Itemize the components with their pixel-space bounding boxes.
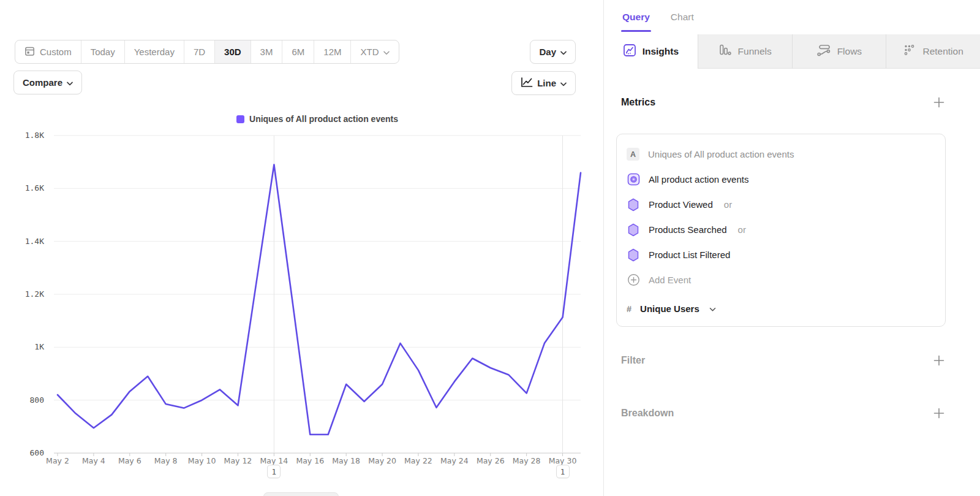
event-row[interactable]: Product List Filtered xyxy=(617,242,945,267)
add-event-button[interactable]: Add Event xyxy=(617,267,945,292)
event-label: Product Viewed xyxy=(649,199,713,210)
compare-label: Compare xyxy=(23,77,62,88)
builder-tab-retention[interactable]: Retention xyxy=(886,34,980,69)
range-button-12m[interactable]: 12M xyxy=(314,40,350,63)
all-events-icon xyxy=(627,173,640,186)
y-tick-label: 1.4K xyxy=(6,237,44,246)
hexagon-icon xyxy=(627,248,640,262)
pane-tab-chart[interactable]: Chart xyxy=(671,0,694,34)
builder-tab-insights[interactable]: Insights xyxy=(604,34,698,69)
chevron-down-icon xyxy=(560,78,567,88)
chart-pane: CustomTodayYesterday7D30D3M6M12MXTD Day … xyxy=(0,0,603,496)
filter-title: Filter xyxy=(621,355,645,366)
range-label: 30D xyxy=(224,47,241,57)
event-label: All product action events xyxy=(649,174,748,185)
legend-item[interactable]: Uniques of All product action events xyxy=(236,114,398,124)
chevron-down-icon xyxy=(383,47,390,57)
event-row[interactable]: Product Viewedor xyxy=(617,192,945,217)
metric-summary-label: Uniques of All product action events xyxy=(648,149,794,159)
query-builder-content: Metrics A Uniques of All product action … xyxy=(604,96,980,420)
range-button-yesterday[interactable]: Yesterday xyxy=(124,40,184,63)
query-pane: QueryChart InsightsFunnelsFlowsRetention… xyxy=(603,0,980,496)
pane-tab-query[interactable]: Query xyxy=(622,0,650,34)
y-tick-label: 1K xyxy=(6,342,44,351)
hexagon-icon xyxy=(627,223,640,237)
y-tick-label: 1.8K xyxy=(6,131,44,140)
builder-tabs: InsightsFunnelsFlowsRetention xyxy=(604,34,980,69)
event-operator-label: or xyxy=(738,224,746,235)
range-button-xtd[interactable]: XTD xyxy=(350,40,399,63)
annotation-badge[interactable]: 1 xyxy=(556,465,570,478)
series-line xyxy=(58,165,581,435)
metrics-header-row: Metrics xyxy=(616,96,946,109)
chart-type-dropdown[interactable]: Line xyxy=(511,71,576,95)
metric-card: A Uniques of All product action events A… xyxy=(616,134,946,327)
insights-icon xyxy=(623,44,636,59)
event-list: All product action eventsProduct Viewedo… xyxy=(617,167,945,267)
range-button-7d[interactable]: 7D xyxy=(184,40,214,63)
measure-label: Unique Users xyxy=(640,303,699,314)
range-button-6m[interactable]: 6M xyxy=(282,40,314,63)
bottom-partial-element xyxy=(263,492,339,496)
chevron-down-icon xyxy=(560,47,567,57)
builder-tab-label: Funnels xyxy=(738,46,772,57)
y-tick-label: 1.6K xyxy=(6,183,44,193)
chart-legend: Uniques of All product action events xyxy=(54,114,581,124)
builder-tab-label: Insights xyxy=(643,46,679,57)
add-breakdown-button[interactable] xyxy=(932,406,946,420)
legend-label: Uniques of All product action events xyxy=(249,114,398,124)
add-circle-icon xyxy=(627,273,640,286)
compare-dropdown[interactable]: Compare xyxy=(13,71,82,94)
range-label: 7D xyxy=(194,47,205,57)
legend-swatch xyxy=(236,115,244,123)
annotation-badge[interactable]: 1 xyxy=(267,465,281,478)
calendar-icon xyxy=(24,46,35,58)
retention-icon xyxy=(903,44,916,59)
x-tick-label: May 30 xyxy=(541,456,584,465)
event-row[interactable]: Products Searchedor xyxy=(617,217,945,242)
line-chart-plot xyxy=(54,135,581,453)
y-tick-label: 1.2K xyxy=(6,289,44,299)
range-label: 6M xyxy=(292,47,304,57)
range-label: Custom xyxy=(40,47,72,57)
range-label: XTD xyxy=(360,47,379,57)
line-chart-icon xyxy=(521,77,533,90)
analytics-app: CustomTodayYesterday7D30D3M6M12MXTD Day … xyxy=(0,0,980,496)
range-label: Yesterday xyxy=(134,47,175,57)
chart-type-label: Line xyxy=(537,78,556,88)
add-event-label: Add Event xyxy=(649,275,691,285)
hash-icon: # xyxy=(627,304,631,314)
range-label: 12M xyxy=(323,47,341,57)
builder-tab-flows[interactable]: Flows xyxy=(792,34,886,69)
range-button-today[interactable]: Today xyxy=(81,40,124,63)
date-range-segmented-control: CustomTodayYesterday7D30D3M6M12MXTD xyxy=(15,40,399,64)
chevron-down-icon xyxy=(67,77,73,88)
measure-dropdown[interactable]: # Unique Users xyxy=(617,296,945,321)
event-operator-label: or xyxy=(724,199,732,210)
range-label: 3M xyxy=(260,47,273,57)
builder-tab-label: Flows xyxy=(837,46,862,57)
metric-letter-badge: A xyxy=(627,148,639,161)
filter-section-row: Filter xyxy=(616,354,946,367)
add-metric-button[interactable] xyxy=(932,96,946,109)
event-label: Products Searched xyxy=(649,224,727,235)
line-chart-svg xyxy=(54,135,581,453)
breakdown-section-row: Breakdown xyxy=(616,406,946,420)
breakdown-title: Breakdown xyxy=(621,408,674,419)
flows-icon xyxy=(816,44,831,59)
metrics-title: Metrics xyxy=(621,97,655,108)
builder-tab-label: Retention xyxy=(922,46,963,57)
funnels-icon xyxy=(718,44,732,59)
range-button-custom[interactable]: Custom xyxy=(15,40,81,63)
chevron-down-icon xyxy=(709,303,716,315)
event-row[interactable]: All product action events xyxy=(617,167,945,192)
hexagon-icon xyxy=(627,198,640,212)
pane-header: QueryChart xyxy=(604,0,980,34)
granularity-dropdown[interactable]: Day xyxy=(530,40,576,64)
metric-summary-row[interactable]: A Uniques of All product action events xyxy=(617,142,945,167)
range-button-3m[interactable]: 3M xyxy=(251,40,282,63)
builder-tab-funnels[interactable]: Funnels xyxy=(698,34,792,69)
add-filter-button[interactable] xyxy=(932,354,946,367)
granularity-label: Day xyxy=(539,47,556,57)
range-button-30d[interactable]: 30D xyxy=(214,40,251,63)
